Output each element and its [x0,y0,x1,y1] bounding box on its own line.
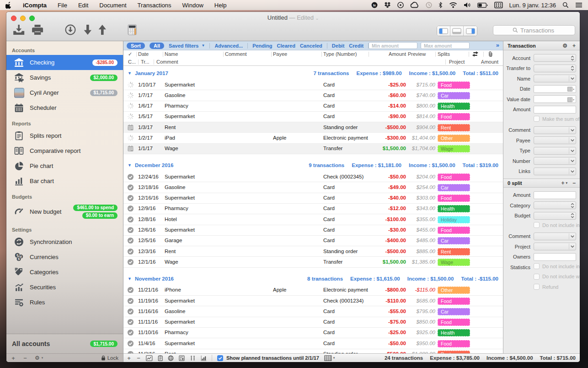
volume-icon[interactable] [464,2,471,8]
col-comment[interactable]: Comment [225,51,247,57]
cleared-icon[interactable] [127,308,134,315]
min-amount-input[interactable] [369,42,417,49]
sidebar-item-scheduler[interactable]: Scheduler [6,100,123,115]
wifi-icon[interactable] [449,2,457,8]
cleared-icon[interactable] [127,298,134,305]
transaction-row[interactable]: 1/1/17WageTransfer$1,500.00$1,704.00Wage [123,144,503,154]
pending-icon[interactable] [127,135,134,142]
add-transaction-icon[interactable]: + [572,43,576,49]
cleared-icon[interactable] [127,259,134,266]
pending-icon[interactable] [127,92,134,99]
text-field[interactable] [534,191,576,199]
planned-icon[interactable] [127,124,134,131]
sidebar-item-cyril-anger[interactable]: Cyril Anger$1,715.00 [6,85,123,100]
saved-filters-dropdown[interactable]: Saved filters [169,43,198,49]
sidebar-item-synchronization[interactable]: Synchronization [6,234,123,249]
transaction-row[interactable]: 12/16/16SupermarketCard-$40.00$303.00Foo… [123,193,503,204]
chart-line-icon[interactable] [146,355,153,361]
cleared-icon[interactable] [127,237,134,244]
add-account-button[interactable]: + [11,355,16,362]
col-name[interactable]: Name [165,51,178,57]
apple-menu-icon[interactable] [5,1,12,9]
bar-chart-icon[interactable] [201,355,207,361]
checkbox[interactable] [534,116,540,122]
stepper-control[interactable] [534,54,576,62]
advanced-filters-button[interactable]: Advanced... [214,43,243,49]
col-c[interactable]: C... [128,59,136,65]
search-field[interactable] [493,25,575,35]
transaction-row[interactable]: 11/11/16SupermarketCard-$75.00$850.00Foo… [123,317,503,328]
col-type[interactable]: Type (Number) [323,51,357,57]
transaction-row[interactable]: 1/7/17GasolineCard-$60.00$740.00Car [123,90,503,101]
time-machine-icon[interactable] [426,2,432,8]
remove-transaction-button[interactable]: − [136,355,141,362]
combo-control[interactable] [534,147,576,155]
text-field[interactable] [534,253,576,261]
pending-icon[interactable] [127,113,134,120]
group-header-december-2016[interactable]: ▼December 20169 transactionsExpense : $1… [123,159,503,172]
grid-calendar-icon[interactable] [324,355,332,361]
col-date[interactable]: Date [138,51,149,57]
max-amount-input[interactable] [421,42,470,49]
spotlight-icon[interactable] [562,2,569,8]
add-transaction-button[interactable]: + [127,355,131,362]
all-accounts-summary[interactable]: All accounts $1,715.00 [6,334,123,353]
add-split-icon[interactable]: + [561,180,564,186]
transaction-row[interactable]: 11/3/16RentStanding order-$500.00$1,000.… [123,349,503,353]
move-up-button[interactable] [98,24,107,35]
column-compare-icon[interactable] [190,355,196,361]
sidebar-item-currencies[interactable]: €¢$Currencies [6,249,123,265]
combo-control[interactable] [534,157,576,165]
lock-button[interactable]: Lock [101,355,118,361]
date-control[interactable]: ▾ [534,95,576,103]
transaction-row[interactable]: 12/9/16PharmacyCard-$12.00$343.00Health [123,204,503,214]
document-chart-icon[interactable] [179,355,185,361]
sidebar-item-splits-report[interactable]: Splits report [6,128,123,143]
dropbox-icon[interactable] [384,2,391,8]
panel-left-toggle[interactable] [437,26,450,36]
menu-window[interactable]: Window [182,2,203,9]
group-header-november-2016[interactable]: ▼November 20168 transactionsExpense : $1… [123,272,503,285]
sidebar-item-checking[interactable]: Checking-$285.00 [6,55,123,70]
transaction-row[interactable]: 1/6/17PharmacyCard-$14.00$800.00Health [123,101,503,112]
date-control[interactable]: ▾ [534,85,576,93]
pending-icon[interactable] [127,103,134,110]
combo-control[interactable] [534,243,576,250]
sidebar-item-securities[interactable]: Securities [6,280,123,295]
col-preview[interactable]: Preview [408,51,426,57]
transaction-row[interactable]: 1/3/17RentStanding order-$500.00$904.00R… [123,122,503,133]
cleared-icon[interactable] [127,319,134,326]
checkbox[interactable] [534,222,540,228]
cleared-icon[interactable] [127,216,134,223]
transaction-row[interactable]: 1/2/17iPadAppleElectronic payment-$300.0… [123,133,503,143]
disclosure-triangle-icon[interactable]: ▼ [128,71,132,76]
col-amount[interactable]: Amount [370,51,406,57]
transfer-column-icon[interactable] [472,51,479,58]
cleared-icon[interactable] [127,205,134,212]
col-check[interactable]: ✓ [128,51,132,57]
transaction-row[interactable]: 12/5/16GarageCard-$400.00$485.00Car [123,236,503,246]
panel-bottom-toggle[interactable] [450,26,464,36]
combo-control[interactable] [534,75,576,82]
transaction-row[interactable]: 1/5/17SupermarketCard-$90.00$814.00Food [123,112,503,122]
combo-control[interactable] [534,168,576,175]
col-project[interactable]: Project [449,59,465,65]
splits-report-icon[interactable] [158,355,163,361]
filter-cleared-button[interactable]: Cleared [277,43,295,49]
globe-icon[interactable] [168,355,174,361]
remove-split-icon[interactable]: − [572,180,576,186]
cleared-icon[interactable] [127,340,134,347]
print-button[interactable] [31,24,44,35]
combo-control[interactable] [534,126,576,134]
transaction-row[interactable]: 11/19/16SupermarketCheck (0001234)-$110.… [123,296,503,306]
combo-control[interactable] [534,233,576,240]
menu-document[interactable]: Document [99,2,126,9]
transaction-row[interactable]: 12/6/16SupermarketCard-$30.00$455.00Food [123,225,503,236]
sidebar-item-comparative-report[interactable]: Comparative report [6,143,123,158]
transaction-row[interactable]: 11/21/16iPhoneAppleElectronic payment-$8… [123,285,503,296]
transaction-row[interactable]: 12/18/16GasolineCard-$49.00$254.00Car [123,182,503,193]
filter-credit-button[interactable]: Credit [349,43,363,49]
menu-file[interactable]: File [58,2,67,9]
attachment-column-icon[interactable] [487,51,494,58]
transaction-row[interactable]: 11/4/16SupermarketCard-$50.00$950.00Food [123,338,503,349]
